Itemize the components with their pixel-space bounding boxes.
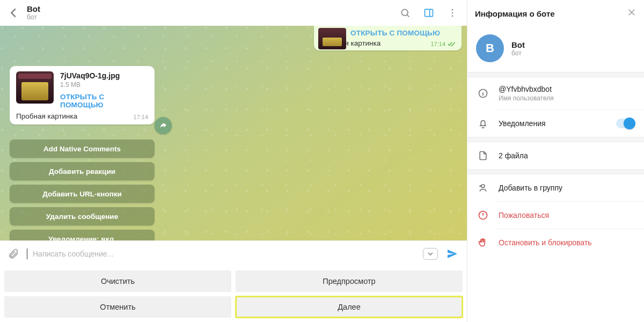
info-panel-title: Информация о боте [475,9,555,18]
files-label: 2 файла [499,151,528,160]
bot-actions: Add Native Comments Добавить реакции Доб… [10,140,155,240]
composer [0,240,467,266]
action-add-reactions[interactable]: Добавить реакции [10,162,155,180]
file-size: 1.5 MB [60,81,148,89]
files-row[interactable]: 2 файла [467,142,644,169]
notifications-row: Уведомления [467,110,644,137]
chat-topbar: Bot бот [0,0,467,26]
svg-rect-1 [425,9,433,16]
read-ticks-icon [448,41,456,47]
outgoing-message[interactable]: ОТКРЫТЬ С ПОМОЩЬЮ Пробная картинка 17:14 [314,26,462,50]
open-with-link[interactable]: ОТКРЫТЬ С ПОМОЩЬЮ [350,29,456,37]
add-to-group-label: Добавить в группу [499,184,562,192]
action-delete-message[interactable]: Удалить сообщение [10,207,155,225]
search-icon[interactable] [396,4,414,22]
username-row[interactable]: @Yfvbhvbxdbot Имя пользователя [467,77,644,109]
svg-point-4 [452,15,453,17]
profile-name: Bot [511,40,525,49]
sidebar-toggle-icon[interactable] [420,4,438,22]
cancel-button[interactable]: Отменить [4,296,231,318]
chat-title-block[interactable]: Bot бот [27,5,40,21]
svg-point-0 [401,9,408,16]
footer-buttons: Очистить Предпросмотр Отменить Далее [0,266,467,322]
add-user-icon [477,182,489,194]
text-caret [27,248,27,259]
preview-button[interactable]: Предпросмотр [236,270,463,292]
notifications-toggle[interactable] [616,119,634,128]
attach-icon[interactable] [5,246,21,262]
send-button[interactable] [443,245,462,263]
file-icon [477,150,489,162]
hand-icon [477,237,489,248]
info-icon [477,87,489,99]
outgoing-thumbnail[interactable] [318,28,346,49]
more-icon[interactable] [443,4,462,22]
svg-point-6 [481,185,485,188]
back-button[interactable] [5,5,21,21]
stop-block-label: Остановить и блокировать [499,238,592,247]
close-icon[interactable] [627,8,636,19]
clear-button[interactable]: Очистить [4,270,231,292]
stop-block-row[interactable]: Остановить и блокировать [467,229,644,256]
add-to-group-row[interactable]: Добавить в группу [467,174,644,201]
incoming-caption: Пробная картинка [16,112,77,120]
action-add-url-buttons[interactable]: Добавить URL-кнопки [10,185,155,203]
incoming-time: 17:14 [133,114,148,120]
emoji-picker-button[interactable] [423,248,438,260]
username-text: @Yfvbhvbxdbot [499,85,554,93]
incoming-message[interactable]: 7jUVaq9O-1g.jpg 1.5 MB ОТКРЫТЬ С ПОМОЩЬЮ… [10,66,155,125]
action-notifications-on[interactable]: Уведомление: вкл. [10,230,155,240]
svg-point-2 [452,9,453,10]
svg-point-3 [452,12,453,13]
incoming-thumbnail[interactable] [16,71,54,104]
action-add-native-comments[interactable]: Add Native Comments [10,140,155,158]
message-input[interactable] [33,246,418,262]
outgoing-time: 17:14 [430,41,445,47]
info-panel: Информация о боте B Bot бот @Yfvbhvbxdbo… [467,0,644,322]
username-caption: Имя пользователя [499,94,554,102]
profile-sub: бот [511,49,525,57]
alert-icon [477,209,489,221]
open-with-link[interactable]: ОТКРЫТЬ С ПОМОЩЬЮ [60,93,148,109]
notifications-label: Уведомления [499,119,546,128]
bell-icon [477,118,489,129]
chat-title: Bot [27,5,40,13]
profile-block[interactable]: B Bot бот [467,27,644,72]
report-label: Пожаловаться [499,211,549,219]
report-row[interactable]: Пожаловаться [467,202,644,229]
chat-subtitle: бот [27,13,40,21]
avatar: B [476,34,504,62]
next-button[interactable]: Далее [236,296,463,318]
file-name: 7jUVaq9O-1g.jpg [60,71,148,80]
forward-button[interactable] [155,117,172,134]
